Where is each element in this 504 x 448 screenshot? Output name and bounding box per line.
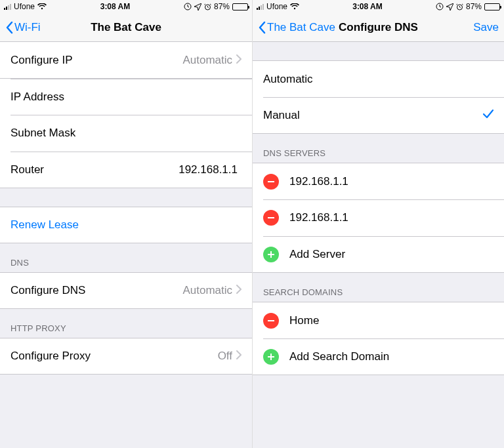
search-domains-header: SEARCH DOMAINS <box>253 273 504 302</box>
row-label: Configure DNS <box>10 284 182 297</box>
chevron-right-icon <box>236 54 242 67</box>
carrier-label: Ufone <box>266 2 287 11</box>
signal-icon <box>4 3 11 10</box>
status-time: 3:08 AM <box>100 2 131 11</box>
dns-servers-header: DNS SERVERS <box>253 134 504 163</box>
chevron-left-icon <box>258 21 266 34</box>
status-bar: Ufone 3:08 AM 87% <box>253 0 504 13</box>
add-icon[interactable] <box>263 349 279 365</box>
row-label: Configure IP <box>10 54 182 67</box>
wifi-icon <box>290 3 299 10</box>
signal-icon <box>257 3 264 10</box>
row-label: Subnet Mask <box>10 127 242 140</box>
renew-lease-label: Renew Lease <box>10 218 79 232</box>
rotation-lock-icon <box>436 3 444 10</box>
battery-percent: 87% <box>466 2 482 11</box>
dns-server-row[interactable]: 192.168.1.1 <box>253 163 504 199</box>
configure-proxy-row[interactable]: Configure Proxy Off <box>0 338 252 375</box>
remove-icon[interactable] <box>263 174 279 190</box>
battery-icon <box>484 3 500 10</box>
renew-lease-row[interactable]: Renew Lease <box>0 207 252 243</box>
save-button[interactable]: Save <box>473 21 499 34</box>
row-label: Automatic <box>263 73 494 86</box>
alarm-icon <box>204 3 211 10</box>
chevron-left-icon <box>5 21 13 34</box>
row-value: Automatic <box>182 54 232 67</box>
add-server-row[interactable]: Add Server <box>253 236 504 273</box>
rotation-lock-icon <box>184 3 192 10</box>
dns-section-header: DNS <box>0 243 252 272</box>
configure-dns-row[interactable]: Configure DNS Automatic <box>0 272 252 309</box>
router-row: Router 192.168.1.1 <box>0 152 252 188</box>
option-manual-row[interactable]: Manual <box>253 97 504 134</box>
ip-address-row: IP Address <box>0 78 252 115</box>
svg-rect-7 <box>268 254 274 255</box>
http-proxy-section-header: HTTP PROXY <box>0 309 252 338</box>
row-label: IP Address <box>10 91 242 104</box>
content: Automatic Manual DNS SERVERS 192.168.1.1… <box>253 42 504 448</box>
dns-server-value: 192.168.1.1 <box>289 175 494 188</box>
chevron-right-icon <box>236 284 242 297</box>
content: Configure IP Automatic IP Address Subnet… <box>0 42 252 448</box>
battery-icon <box>232 3 248 10</box>
status-time: 3:08 AM <box>352 2 383 11</box>
row-value: Off <box>218 350 232 363</box>
svg-rect-4 <box>268 181 274 182</box>
configure-ip-row[interactable]: Configure IP Automatic <box>0 42 252 79</box>
svg-rect-5 <box>268 217 274 218</box>
dns-server-row[interactable]: 192.168.1.1 <box>253 199 504 236</box>
back-button[interactable]: The Bat Cave <box>258 21 335 34</box>
add-icon[interactable] <box>263 247 279 262</box>
svg-rect-8 <box>268 320 274 321</box>
row-value: 192.168.1.1 <box>178 163 238 176</box>
add-search-domain-label: Add Search Domain <box>289 350 494 363</box>
add-search-domain-row[interactable]: Add Search Domain <box>253 338 504 375</box>
back-button[interactable]: Wi-Fi <box>5 21 41 34</box>
alarm-icon <box>456 3 463 10</box>
row-value: Automatic <box>182 284 232 297</box>
row-label: Manual <box>263 109 483 122</box>
row-label: Configure Proxy <box>10 350 218 363</box>
option-automatic-row[interactable]: Automatic <box>253 60 504 97</box>
nav-bar: The Bat Cave Configure DNS Save <box>253 13 504 42</box>
nav-bar: Wi-Fi The Bat Cave <box>0 13 252 42</box>
wifi-icon <box>37 3 47 10</box>
dns-server-value: 192.168.1.1 <box>289 211 494 224</box>
subnet-mask-row: Subnet Mask <box>0 115 252 152</box>
status-bar: Ufone 3:08 AM 87% <box>0 0 252 13</box>
wifi-detail-screen: Ufone 3:08 AM 87% Wi-Fi Th <box>0 0 252 448</box>
svg-rect-10 <box>268 356 274 357</box>
search-domain-row[interactable]: Home <box>253 302 504 338</box>
search-domain-value: Home <box>289 314 494 327</box>
back-label: Wi-Fi <box>14 21 41 34</box>
location-icon <box>194 3 201 10</box>
row-label: Router <box>10 163 178 176</box>
location-icon <box>446 3 453 10</box>
battery-percent: 87% <box>214 2 230 11</box>
chevron-right-icon <box>236 350 242 363</box>
remove-icon[interactable] <box>263 210 279 226</box>
configure-dns-screen: Ufone 3:08 AM 87% The Bat Cave <box>252 0 504 448</box>
back-label: The Bat Cave <box>267 21 335 34</box>
add-server-label: Add Server <box>289 248 494 261</box>
checkmark-icon <box>483 109 494 122</box>
carrier-label: Ufone <box>14 2 35 11</box>
remove-icon[interactable] <box>263 313 279 329</box>
